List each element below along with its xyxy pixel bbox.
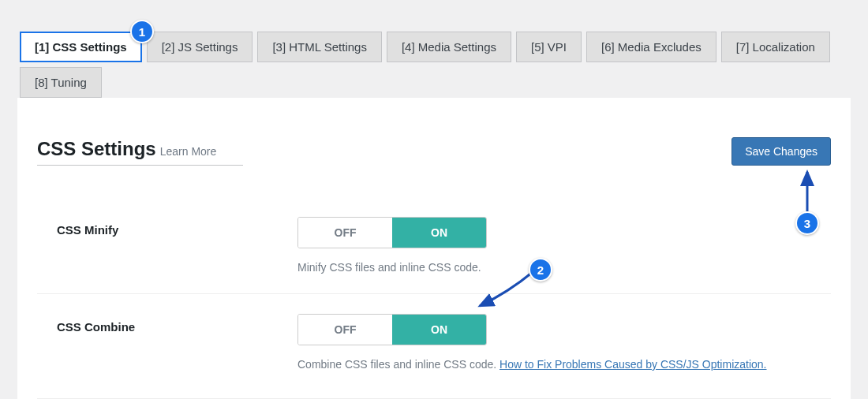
setting-control-css-minify: OFF ON Minify CSS files and inline CSS c… xyxy=(297,217,831,274)
setting-label-css-minify: CSS Minify xyxy=(37,217,297,237)
desc-link-fix-problems[interactable]: How to Fix Problems Caused by CSS/JS Opt… xyxy=(499,358,766,371)
toggle-css-combine[interactable]: OFF ON xyxy=(297,314,487,345)
setting-control-css-combine: OFF ON Combine CSS files and inline CSS … xyxy=(297,314,831,371)
annotation-badge-3: 3 xyxy=(795,211,819,235)
tab-css-settings[interactable]: [1] CSS Settings xyxy=(20,32,142,62)
tabs-container: [1] CSS Settings [2] JS Settings [3] HTM… xyxy=(0,0,868,98)
tab-media-settings[interactable]: [4] Media Settings xyxy=(387,32,511,62)
setting-desc-css-combine: Combine CSS files and inline CSS code. H… xyxy=(297,358,831,371)
toggle-off-css-combine[interactable]: OFF xyxy=(298,315,392,345)
tab-media-excludes[interactable]: [6] Media Excludes xyxy=(586,32,716,62)
annotation-badge-1: 1 xyxy=(130,20,154,43)
content-panel: CSS Settings Learn More Save Changes CSS… xyxy=(17,98,851,399)
toggle-off-css-minify[interactable]: OFF xyxy=(298,218,392,248)
header-left: CSS Settings Learn More xyxy=(37,138,335,166)
tab-vpi[interactable]: [5] VPI xyxy=(516,32,582,62)
annotation-badge-2: 2 xyxy=(529,258,552,282)
setting-row-css-combine: CSS Combine OFF ON Combine CSS files and… xyxy=(37,293,831,390)
tab-tuning[interactable]: [8] Tuning xyxy=(20,67,102,98)
learn-more-link[interactable]: Learn More xyxy=(160,145,217,158)
tab-localization[interactable]: [7] Localization xyxy=(721,32,830,62)
tab-js-settings[interactable]: [2] JS Settings xyxy=(147,32,253,62)
desc-text: Combine CSS files and inline CSS code. xyxy=(297,358,499,371)
toggle-on-css-minify[interactable]: ON xyxy=(392,218,486,248)
header-row: CSS Settings Learn More Save Changes xyxy=(37,137,831,166)
setting-label-css-combine: CSS Combine xyxy=(37,314,297,334)
toggle-on-css-combine[interactable]: ON xyxy=(392,315,486,345)
setting-desc-css-minify: Minify CSS files and inline CSS code. xyxy=(297,261,831,274)
save-button[interactable]: Save Changes xyxy=(731,137,831,166)
tab-html-settings[interactable]: [3] HTML Settings xyxy=(257,32,382,62)
setting-row-css-minify: CSS Minify OFF ON Minify CSS files and i… xyxy=(37,197,831,293)
toggle-css-minify[interactable]: OFF ON xyxy=(297,217,487,248)
